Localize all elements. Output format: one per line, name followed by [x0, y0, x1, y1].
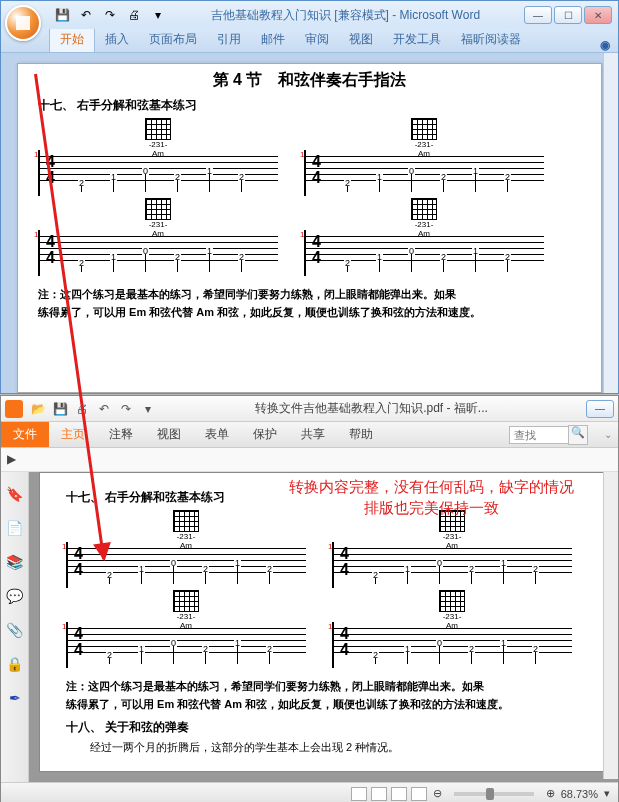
redo-icon[interactable]: ↷ — [101, 6, 119, 24]
red-annotation-text: 转换内容完整，没有任何乱码，缺字的情况 排版也完美保持一致 — [289, 476, 574, 518]
search-input[interactable] — [509, 426, 569, 444]
bookmark-icon[interactable]: 🔖 — [5, 484, 25, 504]
word-title: 吉他基础教程入门知识 [兼容模式] - Microsoft Word — [167, 7, 524, 24]
collapse-ribbon-icon[interactable]: ⌄ — [604, 429, 612, 440]
chord-diagram: -231-Am — [173, 510, 199, 540]
tab-insert[interactable]: 插入 — [95, 27, 139, 52]
tab-view[interactable]: 视图 — [145, 421, 193, 448]
quick-access-toolbar: 💾 ↶ ↷ 🖨 ▾ — [53, 6, 167, 24]
zoom-out-button[interactable]: ⊖ — [433, 787, 442, 800]
footnote: 注：这四个练习是最基本的练习，希望同学们要努力练熟，闭上眼睛都能弹出来。如果 练… — [66, 678, 581, 713]
minimize-button[interactable]: — — [524, 6, 552, 24]
foxit-sidebar: 🔖 📄 📚 💬 📎 🔒 ✒ — [1, 472, 29, 782]
tab-review[interactable]: 审阅 — [295, 27, 339, 52]
tab-staff: 1 44 210212 — [304, 150, 544, 196]
undo-icon[interactable]: ↶ — [95, 400, 113, 418]
minimize-button[interactable]: — — [586, 400, 614, 418]
view-facing-icon[interactable] — [391, 787, 407, 801]
office-button[interactable] — [5, 5, 41, 41]
chord-diagram: -231-Am — [173, 590, 199, 620]
tab-foxit[interactable]: 福昕阅读器 — [451, 27, 531, 52]
doc-heading: 第 4 节 和弦伴奏右手指法 — [38, 70, 581, 91]
foxit-search: 🔍 — [509, 425, 588, 445]
foxit-body: 🔖 📄 📚 💬 📎 🔒 ✒ 转换内容完整，没有任何乱码，缺字的情况 排版也完美保… — [1, 472, 618, 782]
word-vertical-scrollbar[interactable] — [603, 53, 618, 393]
foxit-qat: 📂 💾 🖨 ↶ ↷ ▾ — [29, 400, 157, 418]
undo-icon[interactable]: ↶ — [77, 6, 95, 24]
word-titlebar: 💾 ↶ ↷ 🖨 ▾ 吉他基础教程入门知识 [兼容模式] - Microsoft … — [1, 1, 618, 29]
print-preview-icon[interactable]: 🖨 — [125, 6, 143, 24]
foxit-window: 📂 💾 🖨 ↶ ↷ ▾ 转换文件吉他基础教程入门知识.pdf - 福昕... —… — [0, 395, 619, 802]
tablature-block: -231-Am 1 44 210212 — [38, 118, 278, 196]
tab-mail[interactable]: 邮件 — [251, 27, 295, 52]
signature-icon[interactable]: ✒ — [5, 688, 25, 708]
tab-staff: 1 44 210212 — [304, 230, 544, 276]
pages-icon[interactable]: 📄 — [5, 518, 25, 538]
word-page: 第 4 节 和弦伴奏右手指法 十七、 右手分解和弦基本练习 -231-Am 1 … — [17, 63, 602, 393]
qat-dropdown-icon[interactable]: ▾ — [149, 6, 167, 24]
word-window: 💾 ↶ ↷ 🖨 ▾ 吉他基础教程入门知识 [兼容模式] - Microsoft … — [0, 0, 619, 394]
foxit-statusbar: ⊖ ⊕ 68.73% ▾ — [1, 782, 618, 802]
security-icon[interactable]: 🔒 — [5, 654, 25, 674]
tab-comment[interactable]: 注释 — [97, 421, 145, 448]
tab-share[interactable]: 共享 — [289, 421, 337, 448]
view-mode-icons — [351, 787, 427, 801]
help-icon[interactable]: ◉ — [600, 38, 610, 52]
tab-developer[interactable]: 开发工具 — [383, 27, 451, 52]
chord-diagram: -231-Am — [411, 118, 437, 148]
foxit-ribbon-tabs: 文件 主页 注释 视图 表单 保护 共享 帮助 🔍 ⌄ — [1, 422, 618, 448]
view-continuous-facing-icon[interactable] — [411, 787, 427, 801]
foxit-vertical-scrollbar[interactable] — [603, 472, 618, 779]
tab-view[interactable]: 视图 — [339, 27, 383, 52]
tablature-block: -231-Am 1 44 210212 — [66, 590, 306, 668]
close-button[interactable]: ✕ — [584, 6, 612, 24]
foxit-doc-area[interactable]: 转换内容完整，没有任何乱码，缺字的情况 排版也完美保持一致 十七、 右手分解和弦… — [29, 472, 618, 782]
chord-diagram: -231-Am — [145, 198, 171, 228]
maximize-button[interactable]: ☐ — [554, 6, 582, 24]
tab-home[interactable]: 主页 — [49, 421, 97, 448]
foxit-doc-tabs: ▶ — [1, 448, 618, 472]
section-17-title: 十七、 右手分解和弦基本练习 — [38, 97, 581, 114]
comments-icon[interactable]: 💬 — [5, 586, 25, 606]
tab-protect[interactable]: 保护 — [241, 421, 289, 448]
search-button[interactable]: 🔍 — [568, 425, 588, 445]
tab-home[interactable]: 开始 — [49, 26, 95, 52]
view-continuous-icon[interactable] — [371, 787, 387, 801]
tablature-row-1: -231-Am 1 44 210212 -231-Am 1 44 210212 — [38, 118, 581, 196]
layers-icon[interactable]: 📚 — [5, 552, 25, 572]
tab-staff: 1 44 210212 — [332, 622, 572, 668]
foxit-title: 转换文件吉他基础教程入门知识.pdf - 福昕... — [163, 400, 580, 417]
tab-pagelayout[interactable]: 页面布局 — [139, 27, 207, 52]
doc-tab-arrow-icon[interactable]: ▶ — [7, 452, 23, 468]
footnote: 注：这四个练习是最基本的练习，希望同学们要努力练熟，闭上眼睛都能弹出来。如果 练… — [38, 286, 581, 321]
section-18-title: 十八、 关于和弦的弹奏 — [66, 719, 581, 736]
save-icon[interactable]: 💾 — [51, 400, 69, 418]
foxit-file-button[interactable]: 文件 — [1, 422, 49, 447]
tablature-block: -231-Am 1 44 210212 — [332, 510, 572, 588]
tab-references[interactable]: 引用 — [207, 27, 251, 52]
tablature-block: -231-Am 1 44 210212 — [304, 198, 544, 276]
foxit-logo-icon[interactable] — [5, 400, 23, 418]
open-icon[interactable]: 📂 — [29, 400, 47, 418]
section-18-line: 经过一两个月的折腾后，这部分的学生基本上会出现 2 种情况。 — [66, 740, 581, 755]
attachments-icon[interactable]: 📎 — [5, 620, 25, 640]
zoom-in-button[interactable]: ⊕ — [546, 787, 555, 800]
chord-diagram: -231-Am — [439, 590, 465, 620]
zoom-value: 68.73% — [561, 788, 598, 800]
tab-help[interactable]: 帮助 — [337, 421, 385, 448]
tab-form[interactable]: 表单 — [193, 421, 241, 448]
tablature-block: -231-Am 1 44 210212 — [332, 590, 572, 668]
word-ribbon-tabs: 开始 插入 页面布局 引用 邮件 审阅 视图 开发工具 福昕阅读器 ◉ — [1, 29, 618, 53]
redo-icon[interactable]: ↷ — [117, 400, 135, 418]
foxit-titlebar: 📂 💾 🖨 ↶ ↷ ▾ 转换文件吉他基础教程入门知识.pdf - 福昕... — — [1, 396, 618, 422]
zoom-slider[interactable] — [454, 792, 534, 796]
tab-staff: 1 44 210212 — [38, 230, 278, 276]
window-controls: — ☐ ✕ — [524, 6, 612, 24]
zoom-dropdown-icon[interactable]: ▾ — [604, 787, 610, 800]
word-content-area: 第 4 节 和弦伴奏右手指法 十七、 右手分解和弦基本练习 -231-Am 1 … — [1, 53, 618, 393]
qat-dropdown-icon[interactable]: ▾ — [139, 400, 157, 418]
chord-diagram: -231-Am — [411, 198, 437, 228]
view-single-icon[interactable] — [351, 787, 367, 801]
save-icon[interactable]: 💾 — [53, 6, 71, 24]
foxit-window-controls: — — [586, 400, 614, 418]
